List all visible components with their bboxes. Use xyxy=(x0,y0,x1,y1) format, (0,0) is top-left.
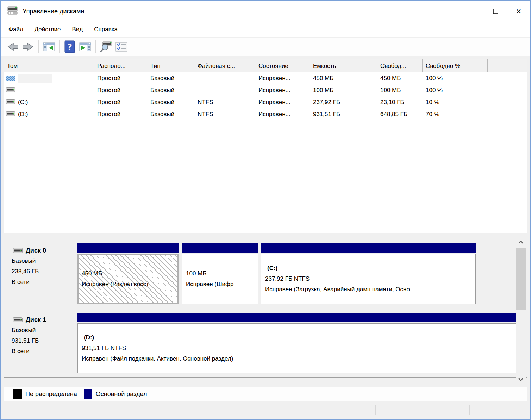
disk-properties-icon xyxy=(99,40,113,53)
partition-size: 100 МБ xyxy=(186,268,258,279)
title-bar: Управление дисками — ✕ xyxy=(1,1,530,22)
partition-size: 450 МБ xyxy=(82,268,177,279)
status-bar xyxy=(1,402,530,418)
vertical-scrollbar[interactable] xyxy=(516,237,526,384)
disk-name: Диск 1 xyxy=(26,316,46,324)
status-bar-separator xyxy=(375,405,376,415)
scroll-up-button[interactable] xyxy=(516,237,526,247)
column-header-free-pct[interactable]: Свободно % xyxy=(423,59,488,72)
menu-view[interactable]: Вид xyxy=(67,26,89,33)
volume-fs: NTFS xyxy=(194,99,255,106)
volume-type: Базовый xyxy=(147,111,194,118)
graphical-view-pane: Диск 0 Базовый 238,46 ГБ В сети 450 МБ И… xyxy=(4,236,527,387)
column-header-free[interactable]: Свобод... xyxy=(377,59,423,72)
chevron-up-icon xyxy=(518,241,523,244)
partition-status: Исправен (Загрузка, Аварийный дамп памят… xyxy=(265,284,475,295)
partition-color-bar xyxy=(261,243,476,253)
legend-swatch-unallocated xyxy=(13,389,22,399)
action-pane-icon xyxy=(79,41,92,52)
help-button[interactable]: ? xyxy=(62,39,77,54)
volume-type: Базовый xyxy=(147,87,194,94)
app-icon xyxy=(7,6,18,17)
back-icon xyxy=(6,42,19,52)
table-row[interactable]: Простой Базовый Исправен... 100 МБ 100 М… xyxy=(4,84,527,96)
disk-status: В сети xyxy=(4,277,74,287)
partition-box: 100 МБ Исправен (Шифр xyxy=(182,254,258,304)
partition-size: 237,92 ГБ NTFS xyxy=(265,274,475,284)
client-area: Том Располо... Тип Файловая с... Состоян… xyxy=(1,56,530,419)
volume-status: Исправен... xyxy=(255,75,310,82)
maximize-icon xyxy=(493,9,498,14)
volume-free-pct: 70 % xyxy=(423,111,488,118)
pane-splitter[interactable] xyxy=(4,233,527,236)
volume-layout: Простой xyxy=(94,111,147,118)
table-row[interactable]: (D:) Простой Базовый NTFS Исправен... 93… xyxy=(4,108,527,120)
back-button[interactable] xyxy=(5,39,20,54)
volume-capacity: 237,92 ГБ xyxy=(310,99,377,106)
column-header-capacity[interactable]: Емкость xyxy=(310,59,377,72)
disk-1-partitions: (D:) 931,51 ГБ NTFS Исправен (Файл подка… xyxy=(74,310,527,377)
minimize-button[interactable]: — xyxy=(461,1,484,22)
volume-fs: NTFS xyxy=(194,111,255,118)
forward-button[interactable] xyxy=(20,39,36,54)
scroll-down-button[interactable] xyxy=(516,375,526,384)
checklist-button[interactable] xyxy=(114,39,129,54)
scrollbar-thumb[interactable] xyxy=(516,248,526,310)
volume-selected-icon xyxy=(6,76,15,81)
close-button[interactable]: ✕ xyxy=(507,1,530,22)
column-header-layout[interactable]: Располо... xyxy=(94,59,147,72)
disk-size: 931,51 ГБ xyxy=(4,336,74,346)
legend-label: Не распределена xyxy=(25,390,77,398)
column-header-volume[interactable]: Том xyxy=(4,59,94,72)
menu-action[interactable]: Действие xyxy=(29,26,67,33)
svg-text:?: ? xyxy=(67,42,72,52)
disk-icon xyxy=(13,247,23,254)
volume-free: 100 МБ xyxy=(377,87,423,94)
partition-efi[interactable]: 100 МБ Исправен (Шифр xyxy=(182,243,258,304)
menu-file[interactable]: Файл xyxy=(3,26,29,33)
partition-recovery[interactable]: 450 МБ Исправен (Раздел восст xyxy=(77,243,179,304)
toolbar-separator xyxy=(59,40,60,53)
window-controls: — ✕ xyxy=(461,1,530,22)
partition-box-selected: 450 МБ Исправен (Раздел восст xyxy=(77,254,179,304)
partition-d[interactable]: (D:) 931,51 ГБ NTFS Исправен (Файл подка… xyxy=(77,313,516,373)
disk-1-block: Диск 1 Базовый 931,51 ГБ В сети (D:) 931… xyxy=(4,310,527,378)
action-pane-button[interactable] xyxy=(77,39,93,54)
disk-0-info[interactable]: Диск 0 Базовый 238,46 ГБ В сети xyxy=(4,240,74,308)
column-header-type[interactable]: Тип xyxy=(147,59,194,72)
volume-icon xyxy=(6,111,15,118)
toolbar-separator xyxy=(38,40,39,53)
volume-icon xyxy=(6,87,15,94)
volume-free-pct: 100 % xyxy=(423,75,488,82)
disk-status: В сети xyxy=(4,346,74,357)
volume-icon xyxy=(6,99,15,106)
volume-list-pane: Том Располо... Тип Файловая с... Состоян… xyxy=(4,59,527,233)
disk-size: 238,46 ГБ xyxy=(4,266,74,277)
partition-c[interactable]: (C:) 237,92 ГБ NTFS Исправен (Загрузка, … xyxy=(261,243,476,304)
partition-status: Исправен (Шифр xyxy=(186,279,258,289)
volume-free-pct: 10 % xyxy=(423,99,488,106)
column-header-filesystem[interactable]: Файловая с... xyxy=(194,59,255,72)
disk-0-block: Диск 0 Базовый 238,46 ГБ В сети 450 МБ И… xyxy=(4,240,527,308)
disk-0-partitions: 450 МБ Исправен (Раздел восст 100 МБ Исп… xyxy=(74,240,527,308)
table-row[interactable]: (C:) Простой Базовый NTFS Исправен... 23… xyxy=(4,96,527,108)
column-header-status[interactable]: Состояние xyxy=(255,59,310,72)
console-tree-button[interactable] xyxy=(41,39,57,54)
disk-name: Диск 0 xyxy=(26,247,46,254)
volume-name-highlight xyxy=(18,74,52,83)
partition-color-bar xyxy=(77,313,516,322)
volume-capacity: 931,51 ГБ xyxy=(310,111,377,118)
legend-bar: Не распределена Основной раздел xyxy=(4,387,527,401)
partition-label: (D:) xyxy=(82,332,516,343)
disk-management-window: Управление дисками — ✕ Файл Действие Вид… xyxy=(0,0,531,420)
column-header-empty[interactable] xyxy=(488,59,527,72)
disk-properties-button[interactable] xyxy=(98,39,114,54)
disk-1-info[interactable]: Диск 1 Базовый 931,51 ГБ В сети xyxy=(4,310,74,377)
table-row[interactable]: Простой Базовый Исправен... 450 МБ 450 М… xyxy=(4,72,527,84)
partition-box: (C:) 237,92 ГБ NTFS Исправен (Загрузка, … xyxy=(261,254,476,304)
menu-help[interactable]: Справка xyxy=(88,26,123,33)
volume-status: Исправен... xyxy=(255,111,310,118)
console-tree-icon xyxy=(42,41,56,52)
maximize-button[interactable] xyxy=(484,1,507,22)
volume-type: Базовый xyxy=(147,75,194,82)
